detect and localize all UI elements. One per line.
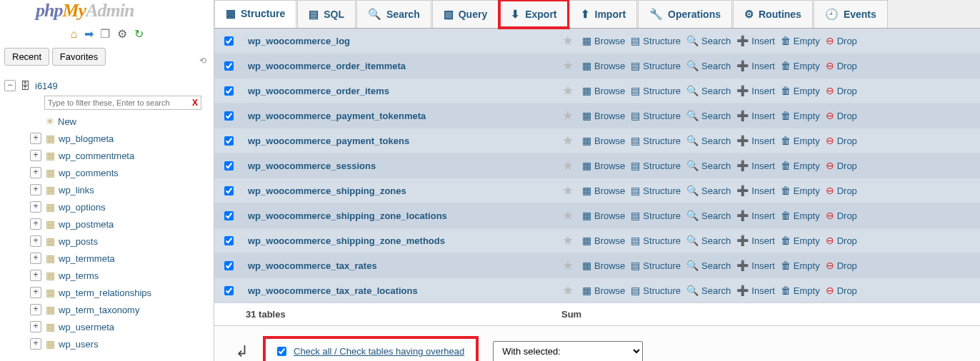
browse-action[interactable]: ▦Browse [582,235,625,246]
new-label[interactable]: New [58,116,76,127]
empty-action[interactable]: 🗑Empty [781,285,820,296]
expand-icon[interactable]: + [30,287,41,298]
structure-action[interactable]: ▤Structure [631,285,681,296]
search-action[interactable]: 🔍Search [686,60,731,71]
table-name-link[interactable]: wp_woocommerce_payment_tokenmeta [248,111,426,121]
browse-action[interactable]: ▦Browse [582,110,625,121]
tab-export[interactable]: ⬇Export [499,0,568,28]
empty-action[interactable]: 🗑Empty [781,210,820,221]
drop-action[interactable]: ⊖Drop [826,160,857,171]
favorite-star-icon[interactable]: ★ [562,33,582,49]
expand-icon[interactable]: + [30,338,41,350]
table-name-link[interactable]: wp_woocommerce_payment_tokens [248,136,409,146]
insert-action[interactable]: ➕Insert [736,185,775,196]
expand-icon[interactable]: + [30,167,41,178]
structure-action[interactable]: ▤Structure [631,185,681,196]
row-checkbox[interactable] [224,111,234,121]
expand-icon[interactable]: + [30,270,41,281]
check-all-link[interactable]: Check all / Check tables having overhead [294,346,464,357]
expand-icon[interactable]: + [30,321,41,332]
sidebar-table-row[interactable]: + ▦ wp_commentmeta [30,147,214,164]
browse-action[interactable]: ▦Browse [582,135,625,146]
structure-action[interactable]: ▤Structure [631,235,681,246]
structure-action[interactable]: ▤Structure [631,160,681,171]
search-action[interactable]: 🔍Search [686,260,731,271]
table-name-link[interactable]: wp_woocommerce_sessions [248,161,376,171]
row-checkbox[interactable] [224,211,234,220]
check-all-checkbox[interactable] [277,347,286,356]
collapse-icon[interactable]: − [4,80,16,91]
search-action[interactable]: 🔍Search [686,85,731,96]
sidebar-table-row[interactable]: + ▦ wp_posts [30,233,214,250]
structure-action[interactable]: ▤Structure [631,110,681,121]
expand-icon[interactable]: + [30,184,41,195]
table-name-link[interactable]: wp_woocommerce_tax_rates [248,260,377,271]
drop-action[interactable]: ⊖Drop [826,235,857,246]
with-selected-dropdown[interactable]: With selected: [493,341,643,361]
browse-action[interactable]: ▦Browse [582,160,625,171]
favorite-star-icon[interactable]: ★ [562,58,582,73]
sidebar-table-link[interactable]: wp_commentmeta [59,151,134,161]
drop-action[interactable]: ⊖Drop [826,60,857,71]
sidebar-table-link[interactable]: wp_term_taxonomy [59,305,139,315]
drop-action[interactable]: ⊖Drop [826,260,857,271]
sidebar-table-link[interactable]: wp_postmeta [59,219,114,230]
logout-icon[interactable]: ➡ [84,27,94,41]
favorite-star-icon[interactable]: ★ [562,108,582,123]
structure-action[interactable]: ▤Structure [631,35,681,46]
db-node[interactable]: − 🗄 i6149 [4,78,214,93]
browse-action[interactable]: ▦Browse [582,285,625,296]
table-name-link[interactable]: wp_woocommerce_shipping_zones [248,185,406,196]
expand-icon[interactable]: + [30,133,41,144]
tab-sql[interactable]: ▤SQL [297,0,356,28]
empty-action[interactable]: 🗑Empty [781,185,820,196]
expand-icon[interactable]: + [30,218,41,230]
sidebar-table-link[interactable]: wp_links [59,185,94,195]
favorite-star-icon[interactable]: ★ [562,258,582,273]
tab-structure[interactable]: ▦Structure [214,0,296,28]
tab-query[interactable]: ▧Query [432,0,499,28]
sidebar-table-row[interactable]: + ▦ wp_terms [30,267,214,284]
insert-action[interactable]: ➕Insert [736,285,775,296]
expand-icon[interactable]: + [30,304,41,315]
favorite-star-icon[interactable]: ★ [562,283,582,298]
tab-operations[interactable]: 🔧Operations [638,0,732,28]
sidebar-table-row[interactable]: + ▦ wp_term_taxonomy [30,301,214,318]
drop-action[interactable]: ⊖Drop [826,35,857,46]
insert-action[interactable]: ➕Insert [736,235,775,246]
row-checkbox[interactable] [224,186,234,195]
sidebar-table-row[interactable]: + ▦ wp_postmeta [30,215,214,233]
insert-action[interactable]: ➕Insert [736,35,775,46]
drop-action[interactable]: ⊖Drop [826,85,857,96]
structure-action[interactable]: ▤Structure [631,260,681,271]
table-name-link[interactable]: wp_woocommerce_shipping_zone_locations [248,210,447,221]
insert-action[interactable]: ➕Insert [736,110,775,121]
row-checkbox[interactable] [224,161,234,171]
sidebar-table-row[interactable]: + ▦ wp_blogmeta [30,130,214,147]
row-checkbox[interactable] [224,236,234,245]
docs-icon[interactable]: ❐ [100,27,110,41]
table-name-link[interactable]: wp_woocommerce_tax_rate_locations [248,285,418,296]
recent-button[interactable]: Recent [4,48,49,66]
expand-icon[interactable]: + [30,201,41,213]
empty-action[interactable]: 🗑Empty [781,160,820,171]
favorites-button[interactable]: Favorites [52,48,106,66]
settings-icon[interactable]: ⚙ [117,27,127,41]
empty-action[interactable]: 🗑Empty [781,135,820,146]
structure-action[interactable]: ▤Structure [631,60,681,71]
search-action[interactable]: 🔍Search [686,185,731,196]
row-checkbox[interactable] [224,61,234,71]
row-checkbox[interactable] [224,36,234,46]
link-icon[interactable]: ⟲ [199,56,206,66]
search-action[interactable]: 🔍Search [686,35,731,46]
sidebar-table-row[interactable]: + ▦ wp_links [30,181,214,198]
reload-icon[interactable]: ↻ [134,27,144,41]
search-action[interactable]: 🔍Search [686,160,731,171]
empty-action[interactable]: 🗑Empty [781,110,820,121]
empty-action[interactable]: 🗑Empty [781,260,820,271]
row-checkbox[interactable] [224,261,234,270]
sidebar-table-row[interactable]: + ▦ wp_termmeta [30,250,214,267]
sidebar-table-link[interactable]: wp_termmeta [59,253,115,264]
browse-action[interactable]: ▦Browse [582,210,625,221]
sidebar-table-row[interactable]: + ▦ wp_term_relationships [30,284,214,301]
